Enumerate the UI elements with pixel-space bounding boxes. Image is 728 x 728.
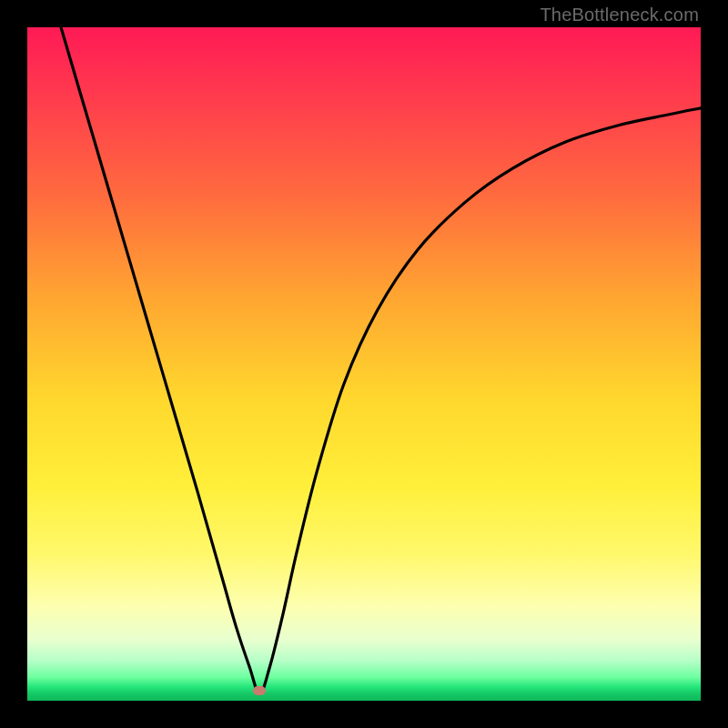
optimal-point-marker [253,686,266,695]
plot-area [27,27,701,701]
chart-frame: TheBottleneck.com [0,0,728,728]
watermark-text: TheBottleneck.com [540,5,699,25]
bottleneck-curve [27,27,701,701]
